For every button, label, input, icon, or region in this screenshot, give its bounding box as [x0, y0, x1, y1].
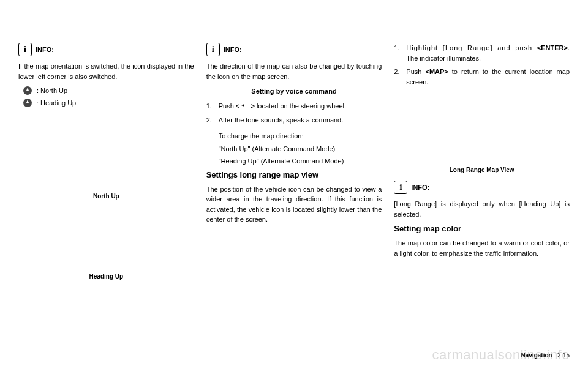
info-block: i INFO: [18, 43, 194, 56]
caption-heading-up: Heading Up [18, 273, 194, 280]
column-left: i INFO: If the map orientation is switch… [18, 43, 194, 304]
section-text: The map color can be changed to a warm o… [394, 238, 570, 258]
bracket-open: < [236, 102, 239, 110]
voice-icon [241, 102, 249, 108]
numbered-list: 1. Push < > located on the steering whee… [206, 101, 382, 125]
sub-text: To charge the map direction: [219, 131, 382, 141]
list-item: 1. Push < > located on the steering whee… [206, 101, 382, 111]
item-number: 1. [206, 101, 219, 111]
list-item: 2. Push <MAP> to return to the current l… [394, 67, 570, 87]
list-item: 2. After the tone sounds, speak a comman… [206, 115, 382, 125]
info-block: i INFO: [394, 181, 570, 194]
item-number: 2. [394, 67, 406, 87]
bracket-close: > [251, 102, 254, 110]
heading-up-label: : Heading Up [37, 99, 76, 107]
text-fragment: Push [219, 102, 236, 110]
enter-button-label: <ENTER> [537, 44, 568, 51]
text-fragment: Push [406, 68, 425, 75]
item-text: After the tone sounds, speak a command. [219, 115, 382, 125]
info-label: INFO: [224, 46, 242, 53]
north-up-label: : North Up [37, 87, 67, 94]
caption-long-range: Long Range Map View [394, 166, 570, 173]
icon-list: : North Up : Heading Up [23, 86, 194, 107]
manual-page: i INFO: If the map orientation is switch… [0, 0, 588, 323]
section-text: The position of the vehicle icon can be … [206, 184, 382, 225]
column-middle: i INFO: The direction of the map can als… [206, 43, 382, 304]
sub-text: "North Up" (Alternate Command Mode) [219, 144, 382, 154]
section-heading: Settings long range map view [206, 170, 382, 179]
heading-up-item: : Heading Up [23, 99, 194, 107]
item-number: 1. [394, 43, 406, 63]
numbered-list: 1. Highlight [Long Range] and push <ENTE… [394, 43, 570, 87]
map-button-label: <MAP> [425, 68, 448, 75]
info-text: [Long Range] is displayed only when [Hea… [394, 199, 570, 219]
text-fragment: Highlight [Long Range] and push [406, 44, 537, 51]
north-up-item: : North Up [23, 86, 194, 95]
compass-icon [23, 99, 32, 107]
info-text: If the map orientation is switched, the … [18, 61, 194, 81]
section-heading: Setting map color [394, 224, 570, 233]
info-text: The direction of the map can also be cha… [206, 61, 382, 81]
info-icon: i [394, 181, 407, 194]
text-fragment: located on the steering wheel. [257, 102, 346, 110]
column-right: 1. Highlight [Long Range] and push <ENTE… [394, 43, 570, 304]
info-block: i INFO: [206, 43, 382, 56]
info-label: INFO: [411, 184, 429, 191]
list-item: 1. Highlight [Long Range] and push <ENTE… [394, 43, 570, 63]
voice-command-heading: Setting by voice command [206, 88, 382, 95]
footer-page-number: 2-15 [557, 352, 570, 359]
caption-north-up: North Up [18, 193, 194, 200]
page-footer: Navigation 2-15 [521, 352, 570, 359]
item-number: 2. [206, 115, 219, 125]
item-text: Push < > located on the steering wheel. [219, 101, 382, 111]
info-icon: i [206, 43, 220, 56]
info-icon: i [18, 43, 32, 56]
compass-icon [23, 86, 32, 95]
footer-section: Navigation [521, 352, 552, 359]
item-text: Highlight [Long Range] and push <ENTER>.… [406, 43, 570, 63]
info-label: INFO: [36, 46, 54, 53]
sub-text: "Heading Up" (Alternate Command Mode) [219, 156, 382, 166]
item-text: Push <MAP> to return to the current loca… [406, 67, 570, 87]
